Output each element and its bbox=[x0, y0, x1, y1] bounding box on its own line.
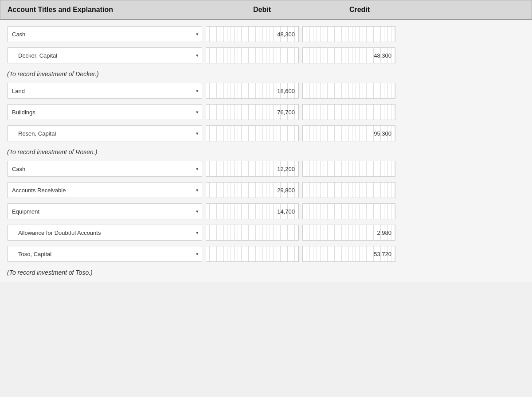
debit-cell bbox=[206, 161, 299, 177]
debit-input[interactable] bbox=[206, 161, 299, 177]
debit-cell bbox=[206, 26, 299, 42]
account-select-wrapper: Cash▾ bbox=[7, 26, 202, 42]
table-row: Accounts Receivable▾ bbox=[0, 179, 532, 201]
debit-cell bbox=[206, 83, 299, 99]
journal-entries: Cash▾Decker, Capital▾(To record investme… bbox=[0, 20, 532, 282]
credit-input[interactable] bbox=[302, 161, 395, 177]
debit-cell bbox=[206, 47, 299, 63]
credit-input[interactable] bbox=[302, 203, 395, 219]
credit-cell bbox=[302, 104, 395, 120]
main-container: Account Titles and Explanation Debit Cre… bbox=[0, 0, 532, 397]
account-dropdown[interactable]: Land bbox=[7, 83, 202, 99]
journal-note: (To record investment of Rosen.) bbox=[0, 144, 532, 158]
debit-cell bbox=[206, 203, 299, 219]
account-select-wrapper: Buildings▾ bbox=[7, 104, 202, 120]
table-row: Allowance for Doubtful Accounts▾ bbox=[0, 222, 532, 243]
credit-input[interactable] bbox=[302, 83, 395, 99]
credit-cell bbox=[302, 83, 395, 99]
account-cell: Toso, Capital▾ bbox=[7, 246, 202, 262]
account-select-wrapper: Decker, Capital▾ bbox=[7, 47, 202, 63]
account-select-wrapper: Toso, Capital▾ bbox=[7, 246, 202, 262]
table-header: Account Titles and Explanation Debit Cre… bbox=[0, 0, 532, 20]
debit-input[interactable] bbox=[206, 246, 299, 262]
credit-cell bbox=[302, 125, 395, 141]
credit-cell bbox=[302, 182, 395, 198]
credit-input[interactable] bbox=[302, 246, 395, 262]
account-select-wrapper: Land▾ bbox=[7, 83, 202, 99]
account-cell: Cash▾ bbox=[7, 26, 202, 42]
account-cell: Equipment▾ bbox=[7, 203, 202, 219]
account-select-wrapper: Equipment▾ bbox=[7, 203, 202, 219]
journal-note: (To record investment of Toso.) bbox=[0, 265, 532, 279]
account-dropdown[interactable]: Toso, Capital bbox=[7, 246, 202, 262]
account-dropdown[interactable]: Allowance for Doubtful Accounts bbox=[7, 225, 202, 241]
account-dropdown[interactable]: Decker, Capital bbox=[7, 47, 202, 63]
header-credit: Credit bbox=[311, 0, 408, 19]
credit-input[interactable] bbox=[302, 182, 395, 198]
account-cell: Accounts Receivable▾ bbox=[7, 182, 202, 198]
credit-cell bbox=[302, 225, 395, 241]
table-row: Decker, Capital▾ bbox=[0, 45, 532, 66]
debit-input[interactable] bbox=[206, 125, 299, 141]
table-row: Buildings▾ bbox=[0, 101, 532, 123]
debit-cell bbox=[206, 225, 299, 241]
account-select-wrapper: Cash▾ bbox=[7, 161, 202, 177]
debit-cell bbox=[206, 125, 299, 141]
debit-cell bbox=[206, 104, 299, 120]
debit-cell bbox=[206, 246, 299, 262]
credit-input[interactable] bbox=[302, 104, 395, 120]
credit-input[interactable] bbox=[302, 26, 395, 42]
account-cell: Allowance for Doubtful Accounts▾ bbox=[7, 225, 202, 241]
account-select-wrapper: Accounts Receivable▾ bbox=[7, 182, 202, 198]
debit-input[interactable] bbox=[206, 182, 299, 198]
account-select-wrapper: Rosen, Capital▾ bbox=[7, 125, 202, 141]
credit-cell bbox=[302, 246, 395, 262]
journal-note: (To record investment of Decker.) bbox=[0, 66, 532, 80]
table-row: Equipment▾ bbox=[0, 201, 532, 222]
account-cell: Land▾ bbox=[7, 83, 202, 99]
account-cell: Decker, Capital▾ bbox=[7, 47, 202, 63]
credit-input[interactable] bbox=[302, 225, 395, 241]
credit-cell bbox=[302, 47, 395, 63]
account-dropdown[interactable]: Rosen, Capital bbox=[7, 125, 202, 141]
credit-cell bbox=[302, 26, 395, 42]
debit-input[interactable] bbox=[206, 83, 299, 99]
credit-input[interactable] bbox=[302, 47, 395, 63]
account-cell: Buildings▾ bbox=[7, 104, 202, 120]
header-account: Account Titles and Explanation bbox=[0, 0, 213, 19]
credit-cell bbox=[302, 161, 395, 177]
debit-input[interactable] bbox=[206, 225, 299, 241]
debit-cell bbox=[206, 182, 299, 198]
debit-input[interactable] bbox=[206, 47, 299, 63]
table-row: Rosen, Capital▾ bbox=[0, 123, 532, 144]
table-row: Cash▾ bbox=[0, 23, 532, 45]
account-dropdown[interactable]: Accounts Receivable bbox=[7, 182, 202, 198]
debit-input[interactable] bbox=[206, 26, 299, 42]
account-dropdown[interactable]: Buildings bbox=[7, 104, 202, 120]
table-row: Toso, Capital▾ bbox=[0, 243, 532, 265]
header-debit: Debit bbox=[213, 0, 311, 19]
account-select-wrapper: Allowance for Doubtful Accounts▾ bbox=[7, 225, 202, 241]
account-dropdown[interactable]: Equipment bbox=[7, 203, 202, 219]
account-dropdown[interactable]: Cash bbox=[7, 161, 202, 177]
account-dropdown[interactable]: Cash bbox=[7, 26, 202, 42]
account-cell: Cash▾ bbox=[7, 161, 202, 177]
debit-input[interactable] bbox=[206, 104, 299, 120]
debit-input[interactable] bbox=[206, 203, 299, 219]
table-row: Cash▾ bbox=[0, 158, 532, 179]
table-row: Land▾ bbox=[0, 80, 532, 101]
account-cell: Rosen, Capital▾ bbox=[7, 125, 202, 141]
credit-input[interactable] bbox=[302, 125, 395, 141]
credit-cell bbox=[302, 203, 395, 219]
